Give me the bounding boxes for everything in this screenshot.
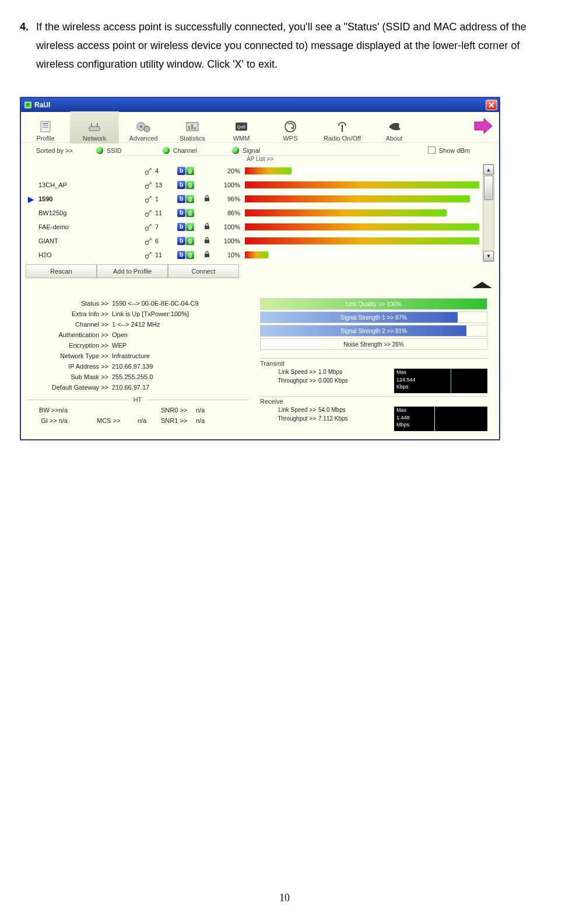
radio-icon[interactable] xyxy=(96,147,103,154)
ap-signal-bar xyxy=(245,237,479,244)
ap-ssid: H2O xyxy=(36,251,143,258)
tab-label: Network xyxy=(83,135,106,142)
mode-icons: bg xyxy=(177,195,201,203)
ap-signal-pct: 96% xyxy=(213,195,245,202)
lock-icon xyxy=(201,251,213,259)
ht-bw-label: BW >>n/a xyxy=(27,407,70,414)
ap-row[interactable]: 13CH_AP13bg100% xyxy=(26,178,482,192)
network-icon xyxy=(86,121,103,132)
close-button[interactable] xyxy=(486,100,497,110)
rescan-button[interactable]: Rescan xyxy=(26,264,97,278)
noise-bar: Noise Strength >> 26% xyxy=(260,338,487,350)
svg-rect-3 xyxy=(43,127,48,128)
tab-about[interactable]: About xyxy=(370,111,419,144)
svg-line-33 xyxy=(148,224,152,228)
triangle-up-icon xyxy=(472,282,492,288)
ap-row[interactable]: BW1250g11bg86% xyxy=(26,206,482,220)
mode-icons: bg xyxy=(177,223,201,231)
channel-icon xyxy=(143,251,155,259)
ap-ssid: BW1250g xyxy=(36,209,143,216)
tab-wmm[interactable]: QoS WMM xyxy=(217,111,266,144)
sort-label: Sorted by >> xyxy=(36,147,73,154)
scroll-down-button[interactable]: ▼ xyxy=(483,251,494,261)
add-to-profile-button[interactable]: Add to Profile xyxy=(97,264,168,278)
ap-row[interactable]: GIANT6bg100% xyxy=(26,234,482,248)
status-value: 1590 <--> 00-0E-8E-0C-04-C9 xyxy=(112,300,199,307)
tab-label: WPS xyxy=(283,135,297,142)
svg-rect-1 xyxy=(43,123,48,124)
advanced-icon xyxy=(135,120,152,133)
window-title: RaUI xyxy=(34,101,50,109)
ap-list-label: AP List >> xyxy=(120,155,400,163)
tx-graph: Max124.544Kbps xyxy=(394,369,487,393)
close-icon xyxy=(489,102,494,108)
ap-signal-pct: 100% xyxy=(213,237,245,244)
status-value: 1 <--> 2412 MHz xyxy=(112,321,160,328)
ap-row[interactable]: FAE-demo7bg100% xyxy=(26,220,482,234)
sort-ssid[interactable]: SSID xyxy=(107,147,122,154)
status-label: Authentication >> xyxy=(27,331,112,338)
ap-row[interactable]: ▶15901bg96% xyxy=(26,192,482,206)
status-value: Link is Up [TxPower:100%] xyxy=(112,310,189,317)
tab-wps[interactable]: WPS xyxy=(266,111,315,144)
mode-icons: bg xyxy=(177,181,201,189)
radio-icon[interactable] xyxy=(232,147,239,154)
tab-network[interactable]: Network xyxy=(70,111,119,144)
tab-profile[interactable]: Profile xyxy=(21,111,70,144)
ap-signal-bar xyxy=(245,195,479,202)
tx-linkspeed-value: 1.0 Mbps xyxy=(318,369,363,375)
transmit-header: Transmit xyxy=(260,358,487,367)
rx-throughput-label: Throughput >> xyxy=(260,415,318,422)
instruction-step: 4. If the wireless access point is succe… xyxy=(20,18,550,74)
svg-marker-17 xyxy=(291,127,293,129)
ht-gi-label: GI >> n/a xyxy=(27,417,70,424)
ap-signal-bar xyxy=(245,251,479,258)
ap-row[interactable]: 4bg20% xyxy=(26,164,482,178)
title-bar: R RaUI xyxy=(21,98,499,112)
status-row: Default Gateway >>210.66.97.17 xyxy=(27,382,248,393)
status-label: Default Gateway >> xyxy=(27,384,112,391)
radio-icon[interactable] xyxy=(163,147,170,154)
ap-channel: 1 xyxy=(155,195,177,202)
app-window: R RaUI Profile Network Advanced xyxy=(20,97,500,440)
show-dbm-label[interactable]: Show dBm xyxy=(439,147,470,154)
ap-ssid: FAE-demo xyxy=(36,223,143,230)
svg-rect-43 xyxy=(205,254,209,257)
ap-channel: 11 xyxy=(155,251,177,258)
collapse-handle[interactable] xyxy=(21,281,499,290)
svg-line-20 xyxy=(148,168,152,172)
checkbox[interactable] xyxy=(428,146,435,154)
svg-line-37 xyxy=(148,238,152,242)
channel-icon xyxy=(143,167,155,175)
about-icon xyxy=(387,120,402,133)
svg-rect-2 xyxy=(43,125,48,126)
sort-channel[interactable]: Channel xyxy=(173,147,197,154)
step-text: If the wireless access point is successf… xyxy=(36,18,550,74)
profile-icon xyxy=(38,120,52,133)
channel-icon xyxy=(143,237,155,245)
ht-mcs-label: MCS >> xyxy=(97,417,120,424)
ap-row[interactable]: H2O11bg10% xyxy=(26,248,482,262)
connect-button[interactable]: Connect xyxy=(168,264,239,278)
ap-channel: 6 xyxy=(155,237,177,244)
ap-channel: 7 xyxy=(155,223,177,230)
status-row: Encryption >>WEP xyxy=(27,340,248,351)
exit-arrow[interactable] xyxy=(473,117,499,137)
scroll-thumb[interactable] xyxy=(484,176,493,200)
tab-statistics[interactable]: Statistics xyxy=(168,111,217,144)
ap-channel: 4 xyxy=(155,167,177,174)
svg-line-26 xyxy=(148,196,152,200)
status-label: Encryption >> xyxy=(27,342,112,349)
tab-radio[interactable]: Radio On/Off xyxy=(315,111,370,144)
sort-signal[interactable]: Signal xyxy=(243,147,261,154)
status-label: Network Type >> xyxy=(27,352,112,359)
arrow-right-icon xyxy=(473,117,493,135)
scroll-up-button[interactable]: ▲ xyxy=(483,164,494,175)
ap-signal-pct: 20% xyxy=(213,167,245,174)
signal-2-bar: Signal Strength 2 >> 91% xyxy=(260,325,487,337)
tab-advanced[interactable]: Advanced xyxy=(119,111,168,144)
tx-throughput-label: Throughput >> xyxy=(260,377,318,384)
scrollbar[interactable]: ▲ ▼ xyxy=(483,164,494,262)
ht-snr0-value: n/a xyxy=(196,407,205,414)
ht-mcs-value: n/a xyxy=(138,417,161,424)
